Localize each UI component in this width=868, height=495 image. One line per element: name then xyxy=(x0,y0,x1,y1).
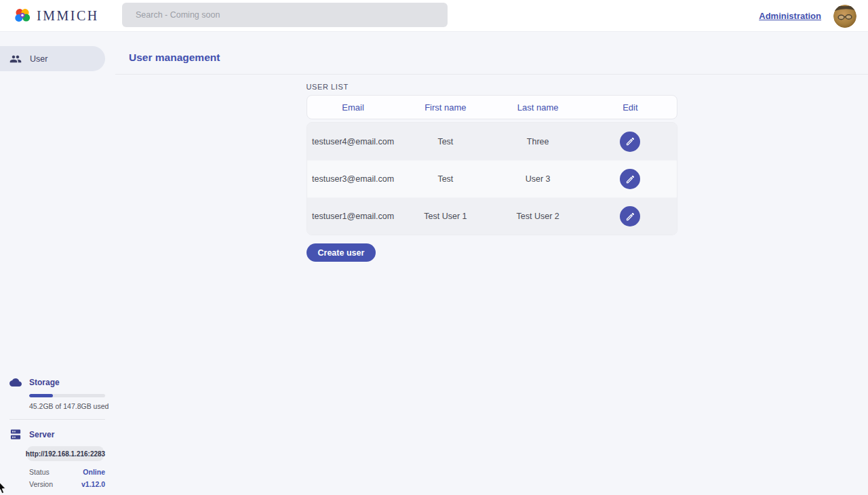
status-label: Status xyxy=(29,468,50,476)
immich-logo-icon xyxy=(14,7,31,24)
user-table-body: testuser4@email.com Test Three testuser3… xyxy=(307,122,677,235)
storage-progress-bar xyxy=(29,394,105,397)
storage-title: Storage xyxy=(29,378,60,387)
sidebar-status-panel: Storage 45.2GB of 147.8GB used Server ht… xyxy=(0,376,115,488)
title-divider xyxy=(115,74,868,75)
server-icon xyxy=(9,429,22,441)
column-header-first-name: First name xyxy=(399,102,492,113)
storage-progress-fill xyxy=(29,394,53,397)
page-title: User management xyxy=(129,52,868,64)
storage-usage-text: 45.2GB of 147.8GB used xyxy=(29,402,115,410)
version-value: v1.12.0 xyxy=(81,480,105,488)
sidebar-item-user[interactable]: User xyxy=(0,46,105,71)
avatar-photo xyxy=(833,5,856,28)
cell-last-name: User 3 xyxy=(492,174,584,184)
sidebar-item-label: User xyxy=(30,54,47,64)
edit-user-button[interactable] xyxy=(620,169,640,189)
table-row: testuser4@email.com Test Three xyxy=(307,123,677,160)
cell-last-name: Three xyxy=(492,137,584,146)
column-header-last-name: Last name xyxy=(492,102,584,113)
pencil-icon xyxy=(625,174,635,184)
server-header: Server xyxy=(0,429,115,441)
brand[interactable]: IMMICH xyxy=(0,7,108,24)
create-user-button[interactable]: Create user xyxy=(307,243,376,262)
brand-name: IMMICH xyxy=(37,8,99,24)
table-row: testuser3@email.com Test User 3 xyxy=(307,160,677,197)
column-header-edit: Edit xyxy=(584,102,676,113)
user-avatar[interactable] xyxy=(833,5,856,28)
server-title: Server xyxy=(29,430,54,439)
cell-first-name: Test xyxy=(399,174,492,184)
version-label: Version xyxy=(29,480,53,488)
users-group-icon xyxy=(9,53,22,65)
pencil-icon xyxy=(625,136,635,146)
cell-email: testuser3@email.com xyxy=(307,174,399,184)
table-row: testuser1@email.com Test User 1 Test Use… xyxy=(307,197,677,235)
pencil-icon xyxy=(625,212,635,222)
edit-user-button[interactable] xyxy=(620,132,640,152)
sidebar: User Storage 45.2GB of 147.8GB used Serv… xyxy=(0,32,115,495)
search-bar[interactable] xyxy=(122,3,448,27)
column-header-email: Email xyxy=(307,102,399,113)
user-table-header: Email First name Last name Edit xyxy=(307,95,677,119)
storage-header: Storage xyxy=(0,376,115,389)
cell-email: testuser1@email.com xyxy=(307,212,399,221)
cell-email: testuser4@email.com xyxy=(307,137,399,146)
server-version-row: Version v1.12.0 xyxy=(29,480,105,488)
search-input[interactable] xyxy=(122,3,448,27)
administration-link[interactable]: Administration xyxy=(759,11,821,21)
edit-user-button[interactable] xyxy=(620,206,640,226)
top-bar: IMMICH Administration xyxy=(0,0,868,32)
top-right-group: Administration xyxy=(759,0,856,32)
cell-first-name: Test User 1 xyxy=(399,212,492,221)
server-url-badge: http://192.168.1.216:2283 xyxy=(27,446,104,461)
cell-first-name: Test xyxy=(399,137,492,146)
server-status-row: Status Online xyxy=(29,468,105,476)
sidebar-divider xyxy=(9,419,105,420)
cell-last-name: Test User 2 xyxy=(492,212,584,221)
main-content: User management USER LIST Email First na… xyxy=(115,32,868,495)
status-value: Online xyxy=(83,468,105,476)
cloud-icon xyxy=(9,376,22,389)
user-list-label: USER LIST xyxy=(307,83,677,91)
